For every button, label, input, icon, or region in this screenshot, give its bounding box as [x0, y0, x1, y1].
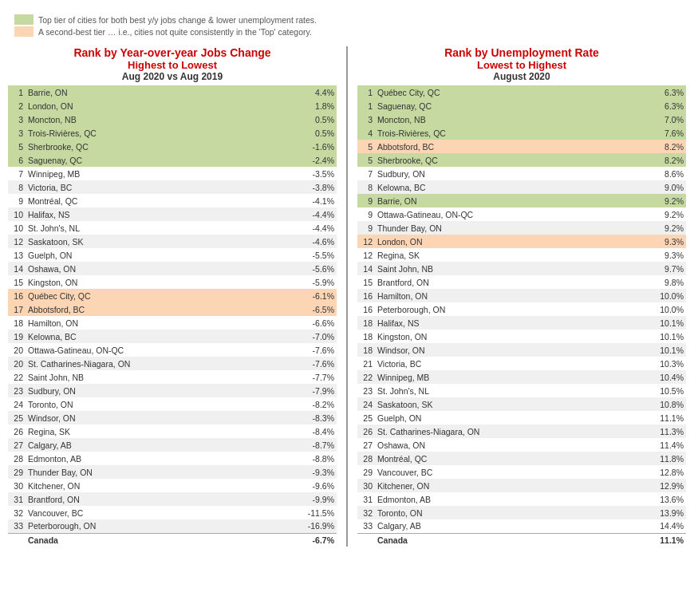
rank-cell: 10 — [8, 207, 26, 221]
rank-cell: 18 — [357, 343, 375, 357]
table-row: 28 Montréal, QC 11.8% — [357, 452, 686, 465]
table-row: 6 Saguenay, QC -2.4% — [8, 153, 337, 167]
rank-cell: 16 — [357, 289, 375, 302]
city-cell: Ottawa-Gatineau, ON-QC — [26, 343, 266, 357]
total-rank — [8, 533, 26, 547]
city-cell: Montréal, QC — [375, 452, 617, 465]
city-cell: Kitchener, ON — [375, 479, 617, 492]
value-cell: 10.0% — [617, 302, 686, 316]
total-label: Canada — [375, 533, 617, 547]
city-cell: Windsor, ON — [375, 343, 617, 357]
value-cell: -7.0% — [266, 330, 337, 343]
city-cell: St. Catharines-Niagara, ON — [26, 357, 266, 370]
table-row: 23 St. John's, NL 10.5% — [357, 384, 686, 397]
table-row: 27 Calgary, AB -8.7% — [8, 438, 337, 452]
value-cell: -5.9% — [266, 275, 337, 289]
city-cell: Trois-Rivières, QC — [375, 126, 617, 140]
value-cell: -6.1% — [266, 289, 337, 302]
city-cell: Québec City, QC — [26, 289, 266, 302]
value-cell: -7.7% — [266, 370, 337, 384]
value-cell: -8.2% — [266, 397, 337, 411]
rank-cell: 5 — [357, 153, 375, 167]
city-cell: Regina, SK — [26, 424, 266, 438]
table-row: 13 Guelph, ON -5.5% — [8, 248, 337, 262]
city-cell: Barrie, ON — [26, 85, 266, 99]
city-cell: Winnipeg, MB — [375, 370, 617, 384]
value-cell: 8.6% — [617, 167, 686, 180]
table-row: 18 Halifax, NS 10.1% — [357, 316, 686, 330]
city-cell: Kingston, ON — [26, 275, 266, 289]
rank-cell: 29 — [8, 465, 26, 479]
table-row: 18 Hamilton, ON -6.6% — [8, 316, 337, 330]
rank-cell: 5 — [357, 140, 375, 153]
city-cell: Barrie, ON — [375, 194, 617, 207]
table-row: 16 Peterborough, ON 10.0% — [357, 302, 686, 316]
rank-cell: 27 — [357, 438, 375, 452]
value-cell: 13.9% — [617, 506, 686, 519]
value-cell: 9.2% — [617, 194, 686, 207]
city-cell: Montréal, QC — [26, 194, 266, 207]
value-cell: 10.1% — [617, 330, 686, 343]
rank-cell: 16 — [8, 289, 26, 302]
rank-cell: 4 — [357, 126, 375, 140]
rank-cell: 9 — [357, 207, 375, 221]
rank-cell: 22 — [8, 370, 26, 384]
table-row: 18 Kingston, ON 10.1% — [357, 330, 686, 343]
rank-cell: 13 — [8, 248, 26, 262]
city-cell: Kelowna, BC — [26, 330, 266, 343]
value-cell: 11.3% — [617, 424, 686, 438]
city-cell: Edmonton, AB — [26, 452, 266, 465]
right-title2: Lowest to Highest — [357, 59, 686, 71]
city-cell: Hamilton, ON — [26, 316, 266, 330]
legend: Top tier of cities for both best y/y job… — [8, 11, 686, 40]
table-row: 26 St. Catharines-Niagara, ON 11.3% — [357, 424, 686, 438]
legend-green-box — [14, 14, 34, 25]
city-cell: Thunder Bay, ON — [26, 465, 266, 479]
table-row: 12 Regina, SK 9.3% — [357, 248, 686, 262]
city-cell: Thunder Bay, ON — [375, 221, 617, 235]
value-cell: -9.3% — [266, 465, 337, 479]
city-cell: Oshawa, ON — [26, 262, 266, 275]
value-cell: 10.1% — [617, 316, 686, 330]
rank-cell: 33 — [357, 519, 375, 533]
table-row: 25 Guelph, ON 11.1% — [357, 411, 686, 424]
rank-cell: 3 — [8, 113, 26, 126]
value-cell: -6.6% — [266, 316, 337, 330]
value-cell: 9.3% — [617, 248, 686, 262]
table-row: 31 Edmonton, AB 13.6% — [357, 492, 686, 506]
city-cell: Kitchener, ON — [26, 479, 266, 492]
table-row: 19 Kelowna, BC -7.0% — [8, 330, 337, 343]
city-cell: Guelph, ON — [375, 411, 617, 424]
table-row: 25 Windsor, ON -8.3% — [8, 411, 337, 424]
value-cell: 4.4% — [266, 85, 337, 99]
rank-cell: 19 — [8, 330, 26, 343]
rank-cell: 31 — [8, 492, 26, 506]
table-row: 3 Trois-Rivières, QC 0.5% — [8, 126, 337, 140]
value-cell: -8.4% — [266, 424, 337, 438]
right-table: 1 Québec City, QC 6.3% 1 Saguenay, QC 6.… — [357, 85, 686, 547]
table-row: 16 Québec City, QC -6.1% — [8, 289, 337, 302]
rank-cell: 27 — [8, 438, 26, 452]
city-cell: Moncton, NB — [26, 113, 266, 126]
rank-cell: 15 — [357, 275, 375, 289]
value-cell: 0.5% — [266, 126, 337, 140]
table-row: 27 Oshawa, ON 11.4% — [357, 438, 686, 452]
value-cell: 8.2% — [617, 140, 686, 153]
rank-cell: 18 — [357, 330, 375, 343]
value-cell: 12.9% — [617, 479, 686, 492]
value-cell: 0.5% — [266, 113, 337, 126]
city-cell: Toronto, ON — [375, 506, 617, 519]
rank-cell: 8 — [357, 180, 375, 194]
table-row: 8 Kelowna, BC 9.0% — [357, 180, 686, 194]
value-cell: 12.8% — [617, 465, 686, 479]
rank-cell: 2 — [8, 99, 26, 113]
table-row: 20 St. Catharines-Niagara, ON -7.6% — [8, 357, 337, 370]
table-row: 20 Ottawa-Gatineau, ON-QC -7.6% — [8, 343, 337, 357]
two-panels: Rank by Year-over-year Jobs Change Highe… — [8, 46, 686, 547]
city-cell: Québec City, QC — [375, 85, 617, 99]
right-title3: August 2020 — [357, 71, 686, 82]
city-cell: Vancouver, BC — [375, 465, 617, 479]
table-row: 29 Thunder Bay, ON -9.3% — [8, 465, 337, 479]
city-cell: Winnipeg, MB — [26, 167, 266, 180]
rank-cell: 9 — [357, 194, 375, 207]
